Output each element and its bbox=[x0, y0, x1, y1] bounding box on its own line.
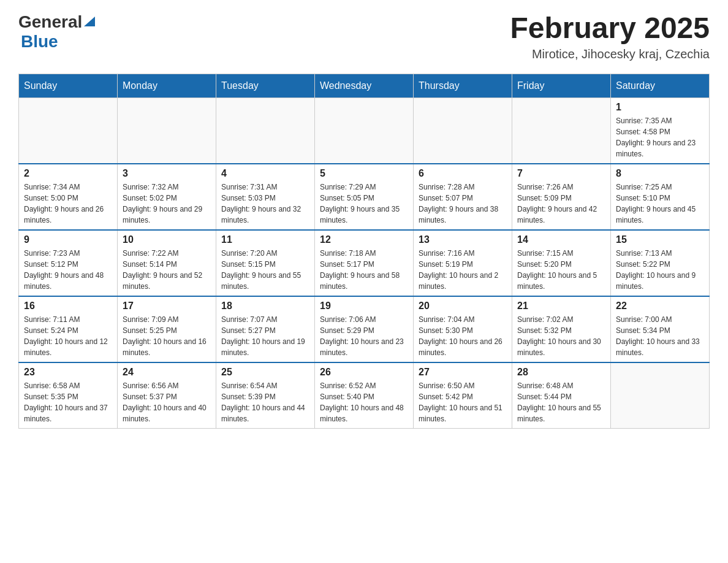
weekday-header-tuesday: Tuesday bbox=[216, 74, 315, 98]
day-info: Sunrise: 7:31 AMSunset: 5:03 PMDaylight:… bbox=[221, 182, 309, 226]
calendar-day-cell: 24Sunrise: 6:56 AMSunset: 5:37 PMDayligh… bbox=[118, 362, 216, 429]
day-info: Sunrise: 7:23 AMSunset: 5:12 PMDaylight:… bbox=[24, 248, 112, 292]
logo-blue-text: Blue bbox=[21, 32, 58, 51]
month-title: February 2025 bbox=[510, 12, 710, 45]
calendar-day-cell bbox=[414, 98, 512, 164]
calendar-day-cell: 14Sunrise: 7:15 AMSunset: 5:20 PMDayligh… bbox=[512, 230, 611, 296]
calendar-day-cell: 25Sunrise: 6:54 AMSunset: 5:39 PMDayligh… bbox=[216, 362, 315, 429]
logo-general-text: General bbox=[18, 12, 82, 32]
day-number: 21 bbox=[517, 301, 605, 312]
calendar-day-cell bbox=[611, 362, 710, 429]
day-number: 24 bbox=[123, 367, 211, 378]
day-info: Sunrise: 7:04 AMSunset: 5:30 PMDaylight:… bbox=[419, 314, 507, 358]
calendar-day-cell: 26Sunrise: 6:52 AMSunset: 5:40 PMDayligh… bbox=[315, 362, 414, 429]
day-number: 19 bbox=[320, 301, 408, 312]
calendar-day-cell: 28Sunrise: 6:48 AMSunset: 5:44 PMDayligh… bbox=[512, 362, 611, 429]
calendar-day-cell: 5Sunrise: 7:29 AMSunset: 5:05 PMDaylight… bbox=[315, 164, 414, 230]
calendar-day-cell: 22Sunrise: 7:00 AMSunset: 5:34 PMDayligh… bbox=[611, 296, 710, 362]
day-number: 12 bbox=[320, 234, 408, 245]
calendar-day-cell: 12Sunrise: 7:18 AMSunset: 5:17 PMDayligh… bbox=[315, 230, 414, 296]
day-info: Sunrise: 7:15 AMSunset: 5:20 PMDaylight:… bbox=[517, 248, 605, 292]
location-title: Mirotice, Jihocesky kraj, Czechia bbox=[510, 47, 710, 61]
day-info: Sunrise: 7:02 AMSunset: 5:32 PMDaylight:… bbox=[517, 314, 605, 358]
calendar-day-cell bbox=[512, 98, 611, 164]
calendar-day-cell: 23Sunrise: 6:58 AMSunset: 5:35 PMDayligh… bbox=[19, 362, 118, 429]
day-number: 1 bbox=[616, 102, 704, 113]
day-info: Sunrise: 6:52 AMSunset: 5:40 PMDaylight:… bbox=[320, 380, 408, 424]
calendar-day-cell: 2Sunrise: 7:34 AMSunset: 5:00 PMDaylight… bbox=[19, 164, 118, 230]
calendar-day-cell: 4Sunrise: 7:31 AMSunset: 5:03 PMDaylight… bbox=[216, 164, 315, 230]
calendar-day-cell: 13Sunrise: 7:16 AMSunset: 5:19 PMDayligh… bbox=[414, 230, 512, 296]
day-number: 15 bbox=[616, 234, 704, 245]
calendar-day-cell: 16Sunrise: 7:11 AMSunset: 5:24 PMDayligh… bbox=[19, 296, 118, 362]
calendar-day-cell: 8Sunrise: 7:25 AMSunset: 5:10 PMDaylight… bbox=[611, 164, 710, 230]
calendar-day-cell: 3Sunrise: 7:32 AMSunset: 5:02 PMDaylight… bbox=[118, 164, 216, 230]
logo: General Blue bbox=[18, 12, 95, 52]
day-number: 13 bbox=[419, 234, 507, 245]
day-info: Sunrise: 6:58 AMSunset: 5:35 PMDaylight:… bbox=[24, 380, 112, 424]
weekday-header-saturday: Saturday bbox=[611, 74, 710, 98]
calendar-day-cell: 18Sunrise: 7:07 AMSunset: 5:27 PMDayligh… bbox=[216, 296, 315, 362]
calendar-day-cell: 6Sunrise: 7:28 AMSunset: 5:07 PMDaylight… bbox=[414, 164, 512, 230]
calendar-day-cell: 19Sunrise: 7:06 AMSunset: 5:29 PMDayligh… bbox=[315, 296, 414, 362]
day-info: Sunrise: 7:29 AMSunset: 5:05 PMDaylight:… bbox=[320, 182, 408, 226]
day-info: Sunrise: 7:22 AMSunset: 5:14 PMDaylight:… bbox=[123, 248, 211, 292]
day-info: Sunrise: 7:00 AMSunset: 5:34 PMDaylight:… bbox=[616, 314, 704, 358]
day-number: 23 bbox=[24, 367, 112, 378]
weekday-header-friday: Friday bbox=[512, 74, 611, 98]
day-info: Sunrise: 7:25 AMSunset: 5:10 PMDaylight:… bbox=[616, 182, 704, 226]
calendar-header-row: SundayMondayTuesdayWednesdayThursdayFrid… bbox=[19, 74, 710, 98]
calendar-day-cell bbox=[216, 98, 315, 164]
day-number: 17 bbox=[123, 301, 211, 312]
title-section: February 2025 Mirotice, Jihocesky kraj, … bbox=[510, 12, 710, 61]
day-info: Sunrise: 7:13 AMSunset: 5:22 PMDaylight:… bbox=[616, 248, 704, 292]
day-number: 25 bbox=[221, 367, 309, 378]
day-info: Sunrise: 7:34 AMSunset: 5:00 PMDaylight:… bbox=[24, 182, 112, 226]
day-number: 9 bbox=[24, 234, 112, 245]
day-info: Sunrise: 7:18 AMSunset: 5:17 PMDaylight:… bbox=[320, 248, 408, 292]
calendar-day-cell: 27Sunrise: 6:50 AMSunset: 5:42 PMDayligh… bbox=[414, 362, 512, 429]
calendar-day-cell: 21Sunrise: 7:02 AMSunset: 5:32 PMDayligh… bbox=[512, 296, 611, 362]
logo-triangle-icon bbox=[84, 17, 95, 29]
day-info: Sunrise: 7:28 AMSunset: 5:07 PMDaylight:… bbox=[419, 182, 507, 226]
day-number: 6 bbox=[419, 168, 507, 179]
day-info: Sunrise: 7:06 AMSunset: 5:29 PMDaylight:… bbox=[320, 314, 408, 358]
day-number: 8 bbox=[616, 168, 704, 179]
calendar-day-cell: 20Sunrise: 7:04 AMSunset: 5:30 PMDayligh… bbox=[414, 296, 512, 362]
page-header: General Blue February 2025 Mirotice, Jih… bbox=[18, 12, 710, 61]
calendar-day-cell bbox=[19, 98, 118, 164]
day-number: 16 bbox=[24, 301, 112, 312]
day-info: Sunrise: 7:26 AMSunset: 5:09 PMDaylight:… bbox=[517, 182, 605, 226]
day-info: Sunrise: 6:56 AMSunset: 5:37 PMDaylight:… bbox=[123, 380, 211, 424]
day-number: 18 bbox=[221, 301, 309, 312]
calendar-day-cell bbox=[118, 98, 216, 164]
day-number: 26 bbox=[320, 367, 408, 378]
day-number: 11 bbox=[221, 234, 309, 245]
day-number: 5 bbox=[320, 168, 408, 179]
day-number: 20 bbox=[419, 301, 507, 312]
day-info: Sunrise: 7:09 AMSunset: 5:25 PMDaylight:… bbox=[123, 314, 211, 358]
weekday-header-monday: Monday bbox=[118, 74, 216, 98]
calendar-day-cell: 9Sunrise: 7:23 AMSunset: 5:12 PMDaylight… bbox=[19, 230, 118, 296]
weekday-header-thursday: Thursday bbox=[414, 74, 512, 98]
calendar-day-cell: 10Sunrise: 7:22 AMSunset: 5:14 PMDayligh… bbox=[118, 230, 216, 296]
day-number: 14 bbox=[517, 234, 605, 245]
day-info: Sunrise: 6:50 AMSunset: 5:42 PMDaylight:… bbox=[419, 380, 507, 424]
day-info: Sunrise: 7:20 AMSunset: 5:15 PMDaylight:… bbox=[221, 248, 309, 292]
calendar-table: SundayMondayTuesdayWednesdayThursdayFrid… bbox=[18, 74, 710, 429]
day-info: Sunrise: 7:35 AMSunset: 4:58 PMDaylight:… bbox=[616, 115, 704, 159]
weekday-header-wednesday: Wednesday bbox=[315, 74, 414, 98]
calendar-week-row: 2Sunrise: 7:34 AMSunset: 5:00 PMDaylight… bbox=[19, 164, 710, 230]
day-number: 22 bbox=[616, 301, 704, 312]
weekday-header-sunday: Sunday bbox=[19, 74, 118, 98]
day-number: 7 bbox=[517, 168, 605, 179]
svg-marker-0 bbox=[84, 17, 95, 26]
day-number: 3 bbox=[123, 168, 211, 179]
calendar-day-cell: 11Sunrise: 7:20 AMSunset: 5:15 PMDayligh… bbox=[216, 230, 315, 296]
day-info: Sunrise: 7:32 AMSunset: 5:02 PMDaylight:… bbox=[123, 182, 211, 226]
day-info: Sunrise: 7:11 AMSunset: 5:24 PMDaylight:… bbox=[24, 314, 112, 358]
calendar-day-cell: 15Sunrise: 7:13 AMSunset: 5:22 PMDayligh… bbox=[611, 230, 710, 296]
calendar-week-row: 9Sunrise: 7:23 AMSunset: 5:12 PMDaylight… bbox=[19, 230, 710, 296]
calendar-day-cell bbox=[315, 98, 414, 164]
day-info: Sunrise: 6:48 AMSunset: 5:44 PMDaylight:… bbox=[517, 380, 605, 424]
